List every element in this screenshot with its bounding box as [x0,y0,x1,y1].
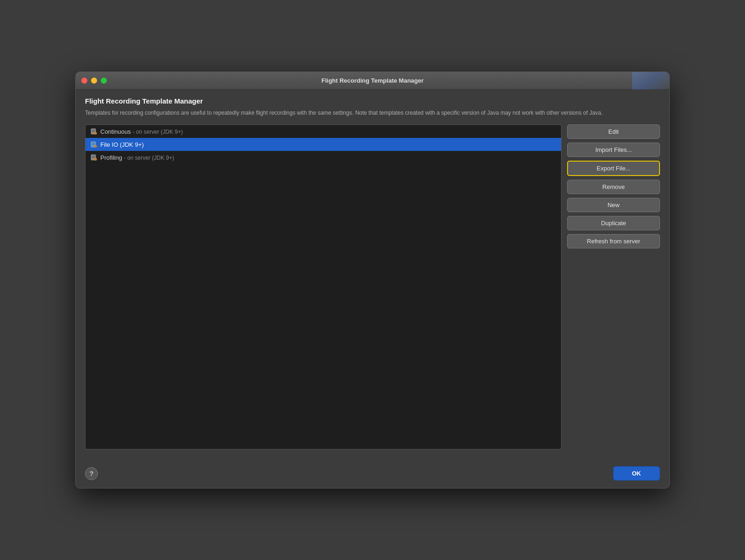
main-area: ! Continuous - on server (JDK 9+) [85,124,660,449]
svg-rect-2 [92,131,95,132]
export-file-button[interactable]: Export File... [567,161,660,176]
template-list[interactable]: ! Continuous - on server (JDK 9+) [85,124,562,449]
new-button[interactable]: New [567,198,660,212]
template-icon: ! [90,141,98,148]
item-label-selected: File IO (JDK 9+) [100,141,144,148]
maximize-button[interactable] [101,78,107,84]
page-description: Templates for recording configurations a… [85,109,660,117]
refresh-from-server-button[interactable]: Refresh from server [567,234,660,248]
svg-rect-6 [92,143,95,143]
title-bar: Flight Recording Template Manager [76,72,669,90]
list-item[interactable]: ! Continuous - on server (JDK 9+) [85,125,561,138]
ok-button[interactable]: OK [613,466,660,481]
svg-rect-12 [92,157,95,158]
content-area: Flight Recording Template Manager Templa… [76,90,669,459]
window-title: Flight Recording Template Manager [321,77,424,84]
window-controls [81,78,107,84]
sidebar-buttons: Edit Import Files... Export File... Remo… [567,124,660,449]
main-window: Flight Recording Template Manager Flight… [75,72,670,488]
edit-button[interactable]: Edit [567,124,660,139]
footer: ? OK [76,459,669,488]
duplicate-button[interactable]: Duplicate [567,216,660,230]
svg-rect-11 [92,156,95,156]
close-button[interactable] [81,78,87,84]
svg-rect-7 [92,144,95,145]
page-title: Flight Recording Template Manager [85,97,660,105]
title-decoration [632,72,669,90]
template-icon: ! [90,154,98,161]
list-item[interactable]: ! Profiling - on server (JDK 9+) [85,151,561,164]
import-files-button[interactable]: Import Files... [567,143,660,157]
template-icon: ! [90,128,98,135]
minimize-button[interactable] [91,78,97,84]
list-item-selected[interactable]: ! File IO (JDK 9+) [85,138,561,151]
svg-rect-1 [92,130,95,130]
item-label: Profiling - on server (JDK 9+) [100,154,174,161]
remove-button[interactable]: Remove [567,180,660,194]
item-label: Continuous - on server (JDK 9+) [100,128,183,135]
help-button[interactable]: ? [85,467,98,480]
